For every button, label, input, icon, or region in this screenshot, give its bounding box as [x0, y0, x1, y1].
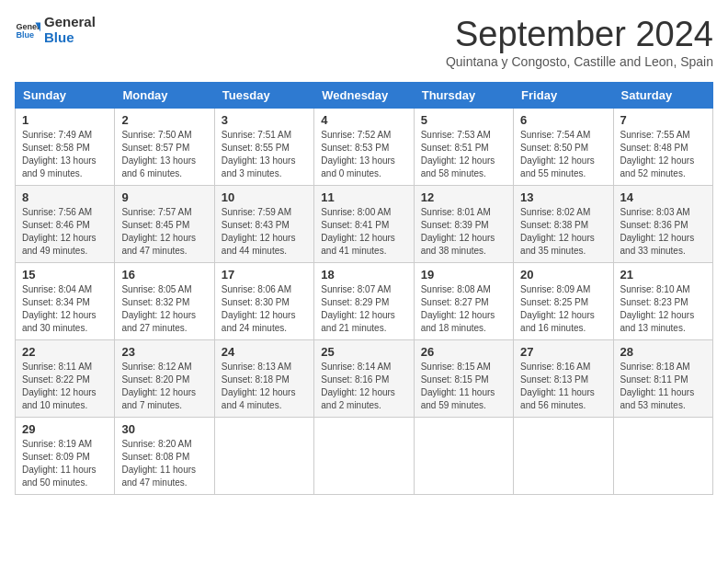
sunrise-value: 8:12 AM	[158, 362, 192, 372]
daylight-label: Daylight:	[121, 465, 160, 475]
sunset-value: 8:46 PM	[56, 220, 90, 230]
sunrise-label: Sunrise:	[520, 362, 556, 372]
sunrise-value: 7:55 AM	[656, 130, 690, 140]
sunset-label: Sunset:	[222, 374, 256, 385]
daylight-label: Daylight:	[121, 155, 160, 166]
day-info: Sunrise: 7:56 AM Sunset: 8:46 PM Dayligh…	[22, 206, 108, 258]
sunrise-label: Sunrise:	[520, 207, 556, 217]
sunset-label: Sunset:	[22, 374, 56, 385]
sunset-value: 8:20 PM	[155, 374, 189, 385]
svg-text:Blue: Blue	[16, 30, 34, 40]
calendar-cell: 29 Sunrise: 8:19 AM Sunset: 8:09 PM Dayl…	[16, 418, 115, 495]
sunrise-label: Sunrise:	[121, 284, 157, 294]
daylight-label: Daylight:	[321, 233, 359, 243]
daylight-label: Daylight:	[121, 310, 160, 320]
sunset-label: Sunset:	[121, 452, 155, 462]
day-number: 13	[520, 190, 606, 204]
sunrise-value: 7:57 AM	[158, 207, 192, 217]
day-info: Sunrise: 7:55 AM Sunset: 8:48 PM Dayligh…	[620, 129, 706, 180]
calendar-cell: 26 Sunrise: 8:15 AM Sunset: 8:15 PM Dayl…	[414, 340, 513, 418]
day-number: 16	[121, 268, 207, 282]
sunset-label: Sunset:	[222, 143, 256, 153]
sunrise-label: Sunrise:	[321, 130, 357, 140]
daylight-label: Daylight:	[520, 155, 559, 166]
sunrise-label: Sunrise:	[421, 207, 457, 217]
sunrise-label: Sunrise:	[22, 362, 58, 372]
sunset-value: 8:55 PM	[256, 143, 290, 153]
sunrise-value: 8:14 AM	[358, 362, 392, 372]
sunrise-value: 8:09 AM	[557, 284, 591, 294]
day-info: Sunrise: 8:10 AM Sunset: 8:23 PM Dayligh…	[620, 283, 706, 335]
sunset-value: 8:18 PM	[256, 374, 290, 385]
day-info: Sunrise: 8:09 AM Sunset: 8:25 PM Dayligh…	[520, 283, 606, 335]
sunrise-label: Sunrise:	[421, 284, 457, 294]
calendar-cell: 25 Sunrise: 8:14 AM Sunset: 8:16 PM Dayl…	[314, 340, 414, 418]
day-info: Sunrise: 8:14 AM Sunset: 8:16 PM Dayligh…	[321, 361, 406, 412]
calendar-cell: 19 Sunrise: 8:08 AM Sunset: 8:27 PM Dayl…	[414, 263, 513, 340]
daylight-label: Daylight:	[421, 155, 460, 166]
sunset-value: 8:13 PM	[554, 374, 588, 385]
day-number: 28	[620, 345, 706, 359]
sunrise-label: Sunrise:	[22, 439, 58, 449]
day-number: 27	[520, 345, 606, 359]
daylight-label: Daylight:	[121, 387, 160, 397]
sunrise-value: 7:53 AM	[457, 130, 491, 140]
daylight-label: Daylight:	[222, 310, 260, 320]
weekday-header-wednesday: Wednesday	[314, 83, 414, 109]
sunrise-label: Sunrise:	[222, 207, 257, 217]
calendar-cell: 28 Sunrise: 8:18 AM Sunset: 8:11 PM Dayl…	[613, 340, 712, 418]
day-info: Sunrise: 8:16 AM Sunset: 8:13 PM Dayligh…	[520, 361, 606, 412]
logo: General Blue General Blue	[15, 15, 96, 45]
sunrise-value: 7:56 AM	[58, 207, 92, 217]
sunrise-label: Sunrise:	[620, 130, 656, 140]
sunset-label: Sunset:	[22, 143, 56, 153]
calendar-cell: 21 Sunrise: 8:10 AM Sunset: 8:23 PM Dayl…	[613, 263, 712, 340]
sunrise-value: 8:15 AM	[457, 362, 491, 372]
calendar-week-3: 15 Sunrise: 8:04 AM Sunset: 8:34 PM Dayl…	[16, 263, 713, 340]
calendar-cell: 23 Sunrise: 8:12 AM Sunset: 8:20 PM Dayl…	[115, 340, 214, 418]
sunrise-label: Sunrise:	[22, 207, 58, 217]
day-number: 22	[22, 345, 108, 359]
sunset-value: 8:38 PM	[554, 220, 588, 230]
sunset-value: 8:41 PM	[355, 220, 389, 230]
calendar-cell: 8 Sunrise: 7:56 AM Sunset: 8:46 PM Dayli…	[16, 186, 115, 263]
sunrise-label: Sunrise:	[620, 362, 656, 372]
calendar-cell: 24 Sunrise: 8:13 AM Sunset: 8:18 PM Dayl…	[214, 340, 313, 418]
daylight-label: Daylight:	[222, 233, 260, 243]
sunrise-value: 8:00 AM	[358, 207, 392, 217]
calendar-cell: 15 Sunrise: 8:04 AM Sunset: 8:34 PM Dayl…	[16, 263, 115, 340]
day-number: 19	[421, 268, 506, 282]
daylight-label: Daylight:	[620, 233, 659, 243]
sunset-label: Sunset:	[520, 374, 554, 385]
sunrise-label: Sunrise:	[121, 439, 157, 449]
calendar-cell: 6 Sunrise: 7:54 AM Sunset: 8:50 PM Dayli…	[514, 109, 613, 186]
calendar-cell	[613, 418, 712, 495]
sunset-label: Sunset:	[321, 374, 355, 385]
sunset-label: Sunset:	[520, 220, 554, 230]
day-info: Sunrise: 7:57 AM Sunset: 8:45 PM Dayligh…	[121, 206, 207, 258]
day-number: 26	[421, 345, 506, 359]
day-number: 1	[22, 113, 108, 127]
day-number: 8	[22, 190, 108, 204]
day-info: Sunrise: 8:04 AM Sunset: 8:34 PM Dayligh…	[22, 283, 108, 335]
sunrise-value: 7:51 AM	[257, 130, 291, 140]
day-number: 5	[421, 113, 506, 127]
sunrise-label: Sunrise:	[121, 130, 157, 140]
sunset-label: Sunset:	[421, 374, 455, 385]
sunset-value: 8:09 PM	[56, 452, 90, 462]
sunrise-value: 8:06 AM	[257, 284, 291, 294]
day-info: Sunrise: 7:49 AM Sunset: 8:58 PM Dayligh…	[22, 129, 108, 180]
day-info: Sunrise: 8:03 AM Sunset: 8:36 PM Dayligh…	[620, 206, 706, 258]
sunset-label: Sunset:	[121, 297, 155, 307]
day-info: Sunrise: 8:15 AM Sunset: 8:15 PM Dayligh…	[421, 361, 506, 412]
day-info: Sunrise: 8:01 AM Sunset: 8:39 PM Dayligh…	[421, 206, 506, 258]
weekday-header-row: SundayMondayTuesdayWednesdayThursdayFrid…	[16, 83, 713, 109]
day-info: Sunrise: 8:05 AM Sunset: 8:32 PM Dayligh…	[121, 283, 207, 335]
sunset-value: 8:32 PM	[155, 297, 189, 307]
header: General Blue General Blue September 2024…	[15, 15, 713, 78]
sunrise-value: 8:05 AM	[158, 284, 192, 294]
calendar-cell: 27 Sunrise: 8:16 AM Sunset: 8:13 PM Dayl…	[514, 340, 613, 418]
calendar-table: SundayMondayTuesdayWednesdayThursdayFrid…	[15, 82, 713, 495]
day-number: 21	[620, 268, 706, 282]
sunset-value: 8:48 PM	[654, 143, 688, 153]
